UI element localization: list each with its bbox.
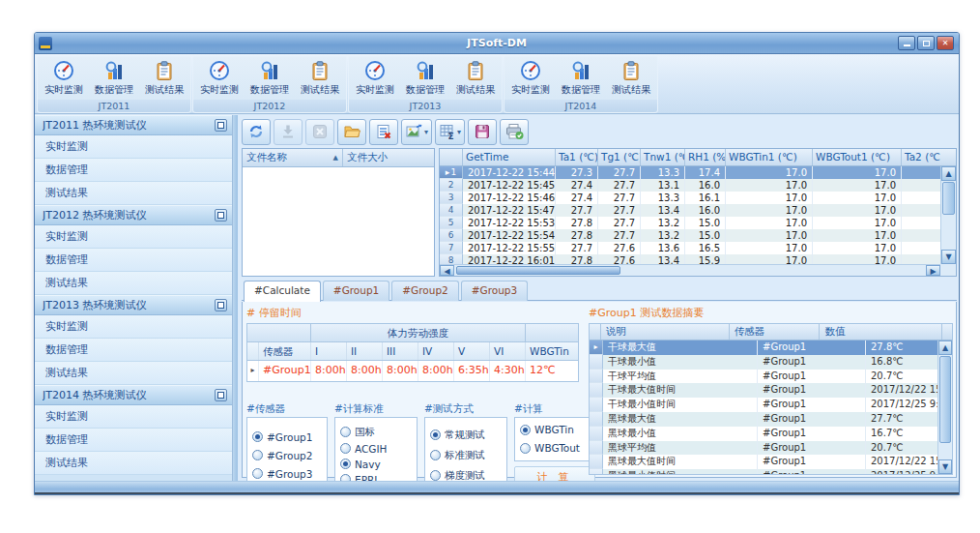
grid-horizontal-scrollbar[interactable]: ◀ ▶ [440, 264, 940, 276]
table-sum-button[interactable]: Σ ▾ [435, 119, 465, 145]
summary-row[interactable]: 干球最大值 #Group1 27.8℃ [590, 341, 937, 355]
sidebar-item-test-result[interactable]: 测试结果 [35, 182, 232, 205]
summary-col-desc[interactable]: 说明 [601, 324, 730, 340]
ribbon-group-caption[interactable]: JT2011 [38, 100, 190, 112]
grid-row[interactable]: 3 2017-12-22 15:46:00 27.4 27.7 13.3 16.… [440, 192, 940, 204]
sidebar-item-test-result[interactable]: 测试结果 [35, 272, 232, 295]
grid-column-header[interactable]: WBGTout1 (℃) [813, 149, 902, 165]
summary-row[interactable]: 黑球最大值时间 #Group1 2017/12/22 15:44:00 [590, 455, 937, 469]
sidebar-item-realtime[interactable]: 实时监测 [35, 135, 232, 159]
sensor-radio[interactable]: #Group1 [252, 431, 322, 443]
realtime-monitor-button[interactable]: 实时监测 [195, 57, 245, 100]
grid-row[interactable]: 5 2017-12-22 15:53:00 27.8 27.7 13.2 15.… [440, 217, 940, 229]
scroll-down-icon[interactable]: ▼ [941, 250, 956, 264]
grid-column-header[interactable]: Tg1 (℃) [598, 149, 641, 165]
grid-row[interactable]: 7 2017-12-22 15:55:00 27.7 27.6 13.6 16.… [440, 242, 940, 254]
grid-column-header[interactable]: WBGTin1 (℃) [726, 149, 813, 165]
dropdown-caret-icon[interactable]: ▾ [457, 128, 461, 136]
group-window-icon[interactable] [215, 389, 227, 401]
scroll-left-icon[interactable]: ◀ [440, 265, 454, 276]
realtime-monitor-button[interactable]: 实时监测 [506, 57, 556, 100]
summary-row[interactable]: 黑球最小值时间 #Group1 2017/12/25 9:27:00 [590, 469, 937, 474]
test-result-button[interactable]: 测试结果 [607, 57, 656, 100]
mode-radio[interactable]: 常规测试 [430, 429, 502, 442]
data-manage-button[interactable]: 数据管理 [245, 57, 295, 100]
scroll-thumb[interactable] [942, 182, 955, 215]
test-result-button[interactable]: 测试结果 [140, 57, 189, 100]
data-manage-button[interactable]: 数据管理 [557, 57, 606, 100]
ribbon-group-caption[interactable]: JT2014 [504, 100, 657, 112]
tab[interactable]: #Group1 [323, 281, 389, 301]
summary-row[interactable]: 干球平均值 #Group1 20.7℃ [590, 370, 937, 384]
data-manage-button[interactable]: 数据管理 [401, 57, 450, 100]
title-bar[interactable]: JTSoft-DM ✕ [35, 33, 959, 54]
realtime-monitor-button[interactable]: 实时监测 [351, 57, 400, 100]
sidebar-item-data-manage[interactable]: 数据管理 [35, 339, 232, 362]
standard-radio[interactable]: 国标 [340, 426, 412, 439]
group-window-icon[interactable] [215, 209, 227, 222]
summary-row[interactable]: 黑球最小值 #Group1 16.7℃ [590, 427, 937, 441]
stay-time-row[interactable]: ▸ #Group1 8:00h8:00h8:00h8:00h6:35h4:30h… [247, 361, 578, 381]
export-image-button[interactable]: ▾ [401, 119, 432, 145]
file-name-column-header[interactable]: 文件名称 ▲ [243, 149, 343, 166]
mode-radio[interactable]: 梯度测试 [430, 469, 502, 482]
file-size-column-header[interactable]: 文件大小 [343, 149, 434, 166]
sidebar-item-realtime[interactable]: 实时监测 [35, 315, 232, 339]
tab[interactable]: #Group3 [461, 281, 528, 301]
grid-column-header[interactable]: Ta1 (℃) [556, 149, 598, 165]
tab[interactable]: #Group2 [391, 281, 458, 301]
grid-row[interactable]: 1 2017-12-22 15:44:00 27.3 27.7 13.3 17.… [440, 166, 940, 179]
sidebar-group-header[interactable]: JT2011 热环境测试仪 [35, 115, 232, 135]
data-manage-button[interactable]: 数据管理 [90, 57, 139, 100]
delete-list-button[interactable] [369, 119, 398, 145]
grid-column-header[interactable]: RH1 (%) [685, 149, 726, 165]
sidebar-item-data-manage[interactable]: 数据管理 [35, 429, 232, 452]
open-folder-button[interactable] [337, 119, 366, 145]
grid-vertical-scrollbar[interactable]: ▲ ▼ [940, 166, 956, 264]
scroll-up-icon[interactable]: ▲ [938, 341, 952, 355]
scroll-down-icon[interactable]: ▼ [938, 459, 952, 474]
scroll-right-icon[interactable]: ▶ [926, 265, 940, 276]
sidebar-item-data-manage[interactable]: 数据管理 [35, 249, 232, 272]
summary-col-sensor[interactable]: 传感器 [730, 324, 821, 340]
dropdown-caret-icon[interactable]: ▾ [424, 128, 428, 136]
save-button[interactable] [468, 119, 497, 145]
grid-row[interactable]: 4 2017-12-22 15:47:00 27.7 27.7 13.4 16.… [440, 204, 940, 217]
sidebar-group-header[interactable]: JT2014 热环境测试仪 [35, 385, 232, 405]
summary-row[interactable]: 干球最小值时间 #Group1 2017/12/25 9:27:00 [590, 398, 937, 412]
grid-column-header[interactable]: Ta2 (℃ [902, 149, 956, 165]
sidebar-item-data-manage[interactable]: 数据管理 [35, 159, 232, 182]
sensor-radio[interactable]: #Group3 [252, 468, 322, 480]
mode-radio[interactable]: 标准测试 [430, 449, 502, 462]
test-result-button[interactable]: 测试结果 [296, 57, 345, 100]
tab[interactable]: #Calculate [244, 281, 321, 302]
sidebar-item-realtime[interactable]: 实时监测 [35, 225, 232, 249]
file-list-body[interactable] [243, 167, 434, 276]
realtime-monitor-button[interactable]: 实时监测 [40, 57, 89, 100]
summary-row[interactable]: 干球最小值 #Group1 16.8℃ [590, 355, 937, 370]
refresh-button[interactable] [242, 119, 271, 145]
summary-row[interactable]: 干球最大值时间 #Group1 2017/12/22 15:53:00 [590, 383, 937, 398]
stop-button[interactable] [305, 119, 334, 145]
standard-radio[interactable]: Navy [340, 459, 412, 470]
summary-row[interactable]: 黑球最大值 #Group1 27.7℃ [590, 412, 937, 427]
standard-radio[interactable]: ACGIH [340, 443, 412, 455]
grid-column-header[interactable]: Tnw1 (℃) [641, 149, 685, 165]
group-window-icon[interactable] [215, 299, 227, 311]
sidebar-item-test-result[interactable]: 测试结果 [35, 452, 232, 475]
grid-row[interactable]: 2 2017-12-22 15:45:00 27.4 27.7 13.1 16.… [440, 179, 940, 192]
summary-vertical-scrollbar[interactable]: ▲ ▼ [937, 341, 952, 474]
scroll-thumb[interactable] [939, 356, 951, 443]
sidebar-item-realtime[interactable]: 实时监测 [35, 405, 232, 429]
calc-radio[interactable]: WBGTout [520, 442, 590, 454]
calc-radio[interactable]: WBGTin [520, 424, 590, 435]
sensor-radio[interactable]: #Group2 [252, 450, 322, 461]
scroll-up-icon[interactable]: ▲ [941, 166, 956, 181]
test-result-button[interactable]: 测试结果 [451, 57, 501, 100]
ribbon-group-caption[interactable]: JT2013 [349, 100, 502, 112]
sidebar-group-header[interactable]: JT2012 热环境测试仪 [35, 205, 232, 225]
print-button[interactable] [500, 119, 529, 145]
sidebar-group-header[interactable]: JT2013 热环境测试仪 [35, 295, 232, 315]
standard-radio[interactable]: EPRI [340, 474, 412, 482]
ribbon-group-caption[interactable]: JT2012 [193, 100, 346, 112]
